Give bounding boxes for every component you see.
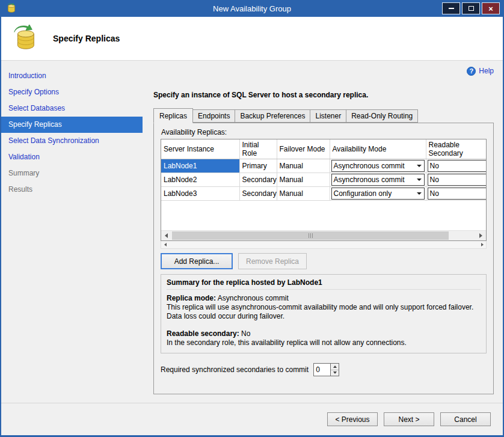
triangle-up-icon [333,365,337,368]
wizard-header: Specify Replicas [1,17,503,61]
cell-server-instance[interactable]: LabNode2 [161,173,239,187]
quorum-input[interactable] [313,363,330,376]
remove-replica-button[interactable]: Remove Replica [238,253,307,269]
replica-summary-box: Summary for the replica hosted by LabNod… [161,274,487,353]
window-body: Specify Replicas Introduction Specify Op… [1,17,503,435]
chevron-down-icon [417,179,422,181]
triangle-right-icon [481,243,484,246]
cancel-button[interactable]: Cancel [440,412,491,426]
summary-title: Summary for the replica hosted by LabNod… [167,278,481,290]
previous-button[interactable]: < Previous [327,412,378,426]
column-header-server-instance[interactable]: Server Instance [161,139,239,159]
cell-server-instance[interactable]: LabNode3 [161,187,239,201]
cell-initial-role[interactable]: Secondary [239,187,277,201]
window-title: New Availability Group [1,4,503,13]
replica-mode-line: Replica mode: Asynchronous commit [167,294,481,303]
scroll-left-button[interactable] [161,241,169,248]
scrollbar-thumb[interactable] [172,231,449,240]
spin-up-button[interactable] [331,364,339,370]
sidebar-item-introduction[interactable]: Introduction [1,68,143,84]
scroll-right-button[interactable] [478,241,486,248]
spinner-buttons [330,363,339,376]
tab-backup-preferences[interactable]: Backup Preferences [235,109,310,123]
cell-initial-role[interactable]: Primary [239,159,277,173]
wizard-footer: < Previous Next > Cancel [1,403,503,435]
readable-secondary-dropdown[interactable]: No [428,174,487,186]
sidebar-item-validation[interactable]: Validation [1,149,143,165]
sidebar-item-select-databases[interactable]: Select Databases [1,100,143,117]
triangle-left-icon [164,243,167,246]
triangle-down-icon [333,371,337,374]
scroll-left-button[interactable] [161,231,171,240]
sidebar-item-summary: Summary [1,165,143,182]
page-title: Specify Replicas [53,34,120,43]
maximize-button[interactable] [462,2,480,14]
maximize-icon [469,6,474,11]
triangle-right-icon [479,233,482,238]
cell-readable-secondary: No [426,159,487,173]
titlebar[interactable]: New Availability Group × [1,0,503,17]
column-header-availability-mode[interactable]: Availability Mode [330,139,426,159]
readable-secondary-value: No [241,329,250,338]
triangle-left-icon [165,233,168,238]
readable-secondary-dropdown[interactable]: No [428,160,487,172]
scroll-right-button[interactable] [476,231,486,240]
tab-replicas[interactable]: Replicas [153,108,193,123]
close-icon: × [488,5,493,13]
add-replica-button[interactable]: Add Replica... [161,253,233,269]
table-row: LabNode2 Secondary Manual Asynchronous c… [161,173,487,187]
availability-mode-dropdown[interactable]: Asynchronous commit [331,160,425,172]
cell-failover-mode[interactable]: Manual [277,187,330,201]
window-controls: × [442,2,500,14]
cell-failover-mode[interactable]: Manual [277,159,330,173]
window-icon [6,3,17,14]
wizard-steps: Introduction Specify Options Select Data… [1,61,143,403]
new-availability-group-window: New Availability Group × Specify Replica… [0,0,504,437]
column-header-initial-role[interactable]: Initial Role [239,139,277,159]
availability-mode-dropdown[interactable]: Configuration only [331,188,425,200]
content: Introduction Specify Options Select Data… [1,61,503,403]
help-link[interactable]: Help [479,67,494,75]
cell-readable-secondary: No [426,173,487,187]
replicas-tab-panel: Availability Replicas: Server Instance I… [153,123,494,394]
help-icon[interactable]: ? [467,67,476,76]
sidebar-item-select-data-synchronization[interactable]: Select Data Synchronization [1,133,143,149]
cell-readable-secondary: No [426,187,487,201]
sidebar-item-results: Results [1,182,143,198]
minimize-button[interactable] [442,2,460,14]
close-button[interactable]: × [482,2,500,14]
replica-mode-description: This replica will use asynchronous-commi… [167,303,481,321]
availability-mode-dropdown[interactable]: Asynchronous commit [331,174,425,186]
next-button[interactable]: Next > [384,412,434,426]
readable-secondary-label: Readable secondary: [167,329,239,338]
cell-failover-mode[interactable]: Manual [277,173,330,187]
readable-secondary-dropdown[interactable]: No [428,188,487,200]
quorum-spinner [313,363,339,376]
availability-replicas-label: Availability Replicas: [161,128,487,136]
quorum-row: Required synchronized secondaries to com… [161,363,487,376]
column-header-readable-secondary[interactable]: Readable Secondary [426,139,487,159]
table-row: LabNode3 Secondary Manual Configuration … [161,187,487,201]
grip-icon [310,233,311,238]
sidebar-item-specify-replicas[interactable]: Specify Replicas [1,117,143,133]
column-header-failover-mode[interactable]: Failover Mode [277,139,330,159]
tab-endpoints[interactable]: Endpoints [193,109,235,123]
spin-down-button[interactable] [331,370,339,376]
minimize-icon [449,8,454,9]
tab-read-only-routing[interactable]: Read-Only Routing [346,109,418,123]
replica-mode-label: Replica mode: [167,294,216,302]
cell-server-instance[interactable]: LabNode1 [161,159,239,173]
spacer [167,321,481,329]
header-row: Server Instance Initial Role Failover Mo… [161,139,487,159]
grid-horizontal-scrollbar[interactable] [161,230,486,240]
cell-availability-mode: Asynchronous commit [330,159,426,173]
help-row: ? Help [153,66,494,76]
panel-horizontal-scrollbar[interactable] [161,241,487,249]
chevron-down-icon [417,165,422,167]
cell-initial-role[interactable]: Secondary [239,173,277,187]
sidebar-item-specify-options[interactable]: Specify Options [1,84,143,100]
cell-availability-mode: Asynchronous commit [330,173,426,187]
tab-strip: Replicas Endpoints Backup Preferences Li… [153,108,494,123]
quorum-label: Required synchronized secondaries to com… [161,365,309,374]
tab-listener[interactable]: Listener [310,109,346,123]
